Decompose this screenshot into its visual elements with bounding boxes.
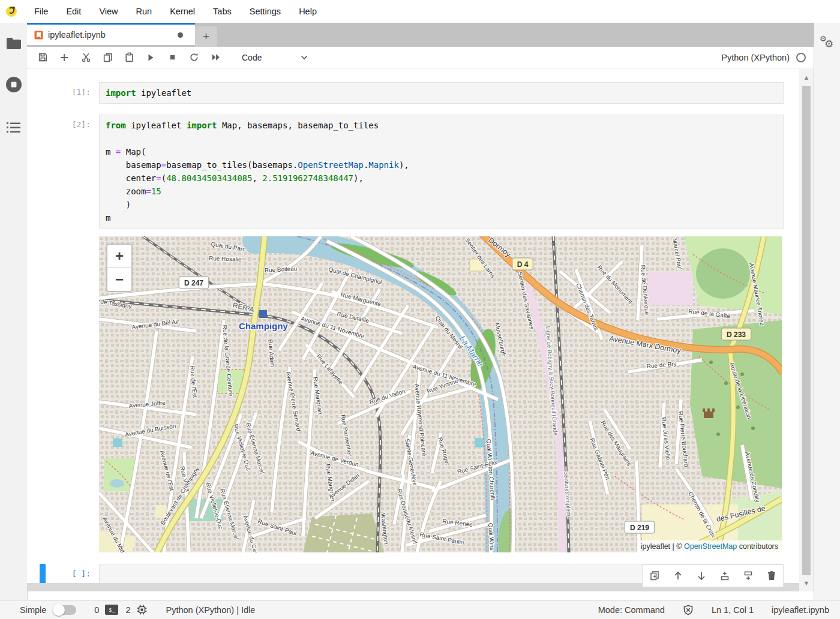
kernel-status-text[interactable]: Python (XPython) | Idle xyxy=(166,605,255,615)
insert-cell-button[interactable] xyxy=(53,49,75,67)
duplicate-cell-button[interactable] xyxy=(646,567,664,585)
leaflet-map[interactable]: Quai du ParcRue RosalieQuai de Champigno… xyxy=(99,236,782,552)
openstreetmap-link[interactable]: OpenStreetMap xyxy=(684,542,737,551)
svg-text:D 219: D 219 xyxy=(630,524,649,532)
interrupt-kernel-button[interactable] xyxy=(161,49,183,67)
insert-cell-above-button[interactable] xyxy=(716,567,734,585)
move-cell-down-button[interactable] xyxy=(692,567,710,585)
cell-type-select[interactable]: Code xyxy=(242,53,308,62)
move-cell-up-button[interactable] xyxy=(669,567,687,585)
paste-cells-button[interactable] xyxy=(118,49,140,67)
cell-toolbar xyxy=(642,564,784,587)
svg-text:D 233: D 233 xyxy=(727,330,746,339)
left-sidebar xyxy=(0,23,28,600)
kernel-sessions-icon[interactable] xyxy=(136,604,148,615)
menu-view[interactable]: View xyxy=(90,7,127,16)
file-browser-icon[interactable] xyxy=(5,36,22,50)
code-cell-1[interactable]: [1]: import ipyleaflet xyxy=(27,82,799,104)
jupyterlab-window: File Edit View Run Kernel Tabs Settings … xyxy=(0,0,840,619)
execution-count: [1]: xyxy=(27,82,99,104)
cut-cells-button[interactable] xyxy=(75,49,97,67)
insert-cell-below-button[interactable] xyxy=(739,567,757,585)
road-badge: D 219 xyxy=(625,521,655,533)
cursor-position[interactable]: Ln 1, Col 1 xyxy=(712,605,754,615)
zoom-in-button[interactable]: + xyxy=(107,245,131,268)
zoom-out-button[interactable]: − xyxy=(107,268,131,291)
cell-editor[interactable]: import ipyleaflet xyxy=(99,82,784,104)
terminals-count: 0 xyxy=(94,605,99,615)
mode-indicator[interactable]: Mode: Command xyxy=(598,605,665,615)
new-tab-button[interactable]: + xyxy=(195,26,217,47)
map-tiles: Quai du ParcRue RosalieQuai de Champigno… xyxy=(99,236,782,552)
scrollbar-thumb[interactable] xyxy=(802,86,811,575)
statusbar-filename: ipyleaflet.ipynb xyxy=(772,605,829,615)
attribution-suffix: contributors xyxy=(737,542,778,551)
station-marker xyxy=(259,310,267,318)
cell-type-value: Code xyxy=(242,53,262,62)
tab-bar: ipyleaflet.ipynb + xyxy=(27,23,814,47)
notebook-file-icon xyxy=(34,31,43,40)
station-label: Champigny xyxy=(239,321,288,331)
svg-text:D 4: D 4 xyxy=(517,260,529,269)
scroll-up-arrow[interactable]: ▲ xyxy=(802,73,811,82)
menu-tabs[interactable]: Tabs xyxy=(204,7,241,16)
execution-count: [2]: xyxy=(27,115,99,229)
save-button[interactable] xyxy=(32,49,53,67)
kernel-name[interactable]: Python (XPython) xyxy=(721,53,790,62)
kernel-status-icon[interactable] xyxy=(796,52,806,63)
menu-help[interactable]: Help xyxy=(290,7,326,16)
notebook-toolbar: Code Python (XPython) xyxy=(27,47,814,68)
vertical-scrollbar[interactable]: ▲ ▼ xyxy=(799,69,814,591)
cell-editor[interactable]: from ipyleaflet import Map, basemaps, ba… xyxy=(99,115,784,229)
map-zoom-control: + − xyxy=(106,244,133,292)
menu-file[interactable]: File xyxy=(25,7,57,16)
right-sidebar: ⚙⚙ xyxy=(814,23,840,600)
road-badge: D 247 xyxy=(179,277,209,289)
table-of-contents-icon[interactable] xyxy=(6,121,22,134)
terminal-icon[interactable]: $_ xyxy=(105,605,118,615)
property-inspector-icon[interactable]: ⚙⚙ xyxy=(820,35,835,50)
chevron-down-icon xyxy=(301,55,308,60)
running-sessions-icon[interactable] xyxy=(5,76,23,94)
output-prompt xyxy=(27,236,99,552)
street-label: Rue Rosalie xyxy=(209,255,242,263)
scroll-down-arrow[interactable]: ▼ xyxy=(802,578,811,588)
status-bar: Simple 0 $_ 2 Python (XPython) | Idle Mo… xyxy=(0,600,840,619)
notebook-panel: [1]: import ipyleaflet [2]: from ipyleaf… xyxy=(27,69,799,591)
attribution-prefix: ipyleaflet | © xyxy=(641,542,684,551)
menu-run[interactable]: Run xyxy=(127,7,161,16)
map-attribution: ipyleaflet | © OpenStreetMap contributor… xyxy=(637,540,782,552)
menu-edit[interactable]: Edit xyxy=(57,7,90,16)
copy-cells-button[interactable] xyxy=(97,49,118,67)
unsaved-changes-dot[interactable] xyxy=(178,32,183,38)
output-area: Quai du ParcRue RosalieQuai de Champigno… xyxy=(27,236,799,552)
run-cell-button[interactable] xyxy=(140,49,161,67)
road-badge: D 233 xyxy=(721,328,751,340)
menu-bar: File Edit View Run Kernel Tabs Settings … xyxy=(0,0,840,23)
code-cell-2[interactable]: [2]: from ipyleaflet import Map, basemap… xyxy=(27,115,799,229)
road-badge: D 4 xyxy=(512,258,533,270)
tab-ipyleaflet[interactable]: ipyleaflet.ipynb xyxy=(27,23,195,45)
kernels-count: 2 xyxy=(125,605,130,615)
svg-text:D 247: D 247 xyxy=(184,279,203,287)
menu-settings[interactable]: Settings xyxy=(241,7,290,16)
delete-cell-button[interactable] xyxy=(763,567,781,585)
tab-title: ipyleaflet.ipynb xyxy=(48,30,106,40)
restart-run-all-button[interactable] xyxy=(205,49,226,67)
restart-kernel-button[interactable] xyxy=(183,49,205,67)
menu-kernel[interactable]: Kernel xyxy=(161,7,204,16)
simple-mode-toggle[interactable] xyxy=(53,605,76,615)
trust-shield-icon[interactable] xyxy=(683,605,694,615)
simple-mode-label: Simple xyxy=(20,605,46,615)
app-logo-icon xyxy=(5,4,19,19)
